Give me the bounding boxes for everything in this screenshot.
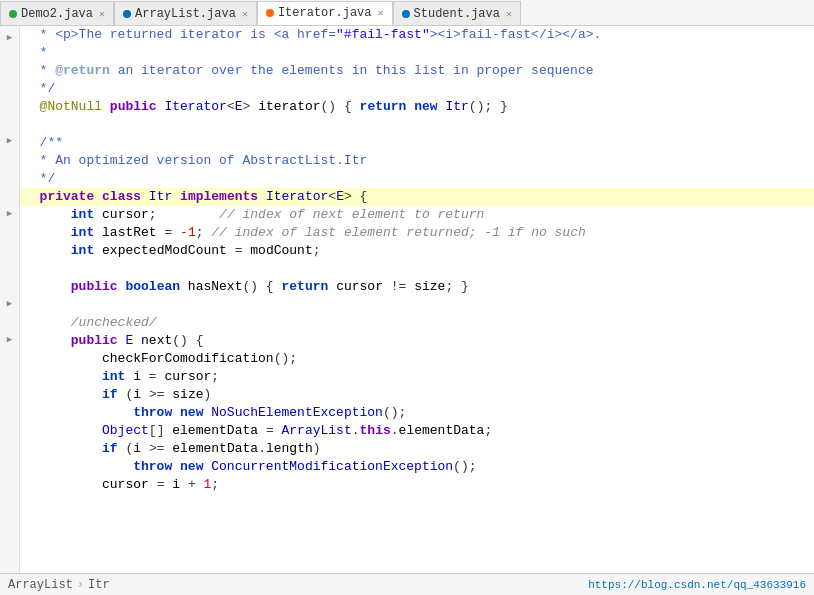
tab-dot-arraylist [123,10,131,18]
code-line: */ [20,170,814,188]
code-line: int expectedModCount = modCount; [20,242,814,260]
tab-label-demo2: Demo2.java [21,7,93,21]
code-line: /unchecked/ [20,314,814,332]
tab-demo2[interactable]: Demo2.java ✕ [0,1,114,25]
breadcrumb-separator: › [77,578,84,592]
code-line: if (i >= size) [20,386,814,404]
code-line-highlighted: private class Itr implements Iterator<E>… [20,188,814,206]
tab-label-arraylist: ArrayList.java [135,7,236,21]
code-line: * @return an iterator over the elements … [20,62,814,80]
code-line: if (i >= elementData.length) [20,440,814,458]
tab-bar: Demo2.java ✕ ArrayList.java ✕ Iterator.j… [0,0,814,26]
breadcrumb-left: ArrayList [8,578,73,592]
code-line: * <p>The returned iterator is <a href="#… [20,26,814,44]
gutter-icon-2[interactable]: ▶ [2,132,18,148]
status-bar: ArrayList › Itr https://blog.csdn.net/qq… [0,573,814,595]
code-container[interactable]: * <p>The returned iterator is <a href="#… [20,26,814,573]
code-line: cursor = i + 1; [20,476,814,494]
status-breadcrumb: ArrayList › Itr [8,578,110,592]
code-line: int lastRet = -1; // index of last eleme… [20,224,814,242]
code-area: * <p>The returned iterator is <a href="#… [20,26,814,573]
code-line: Object[] elementData = ArrayList.this.el… [20,422,814,440]
code-line: */ [20,80,814,98]
gutter-icon-4[interactable]: ▶ [2,295,18,311]
code-line: throw new ConcurrentModificationExceptio… [20,458,814,476]
tab-dot-student [402,10,410,18]
code-line: * An optimized version of AbstractList.I… [20,152,814,170]
tab-dot-iterator [266,9,274,17]
tab-close-demo2[interactable]: ✕ [99,8,105,20]
code-line: @NotNull public Iterator<E> iterator() {… [20,98,814,116]
editor-main: ▶ ▶ ▶ ▶ ▶ * <p>The returned iterator is [0,26,814,573]
code-line: int i = cursor; [20,368,814,386]
code-line [20,260,814,278]
tab-close-student[interactable]: ✕ [506,8,512,20]
gutter-icon-3[interactable]: ▶ [2,205,18,221]
tab-close-iterator[interactable]: ✕ [378,7,384,19]
code-line [20,296,814,314]
tab-iterator[interactable]: Iterator.java ✕ [257,1,393,25]
tab-label-student: Student.java [414,7,500,21]
status-link[interactable]: https://blog.csdn.net/qq_43633916 [588,579,806,591]
gutter-icon-5[interactable]: ▶ [2,331,18,347]
tab-student[interactable]: Student.java ✕ [393,1,521,25]
tab-arraylist[interactable]: ArrayList.java ✕ [114,1,257,25]
tab-dot-demo2 [9,10,17,18]
breadcrumb-right: Itr [88,578,110,592]
code-line [20,116,814,134]
code-line: public E next() { [20,332,814,350]
tab-label-iterator: Iterator.java [278,6,372,20]
code-line: public boolean hasNext() { return cursor… [20,278,814,296]
gutter-icon-1[interactable]: ▶ [2,29,18,45]
editor-gutter: ▶ ▶ ▶ ▶ ▶ [0,26,20,573]
tab-close-arraylist[interactable]: ✕ [242,8,248,20]
code-line: /** [20,134,814,152]
code-line: * [20,44,814,62]
code-line: int cursor; // index of next element to … [20,206,814,224]
code-line: throw new NoSuchElementException(); [20,404,814,422]
code-line: checkForComodification(); [20,350,814,368]
